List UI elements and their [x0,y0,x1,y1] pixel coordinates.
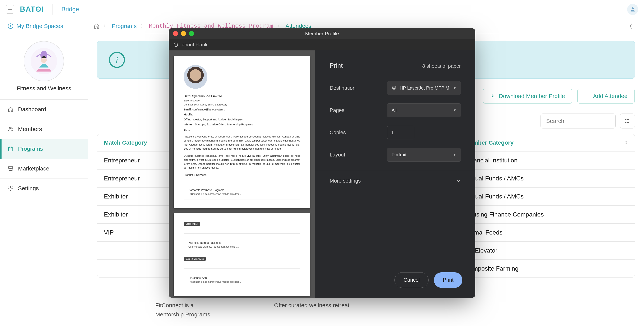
store-icon [8,166,14,171]
sidebar-item-settings[interactable]: Settings [0,179,88,198]
sidebar-item-marketplace[interactable]: Marketplace [0,159,88,179]
pages-label: Pages [330,107,387,113]
breadcrumb-home[interactable] [94,23,100,29]
pages-value: All [392,108,397,113]
copies-input[interactable] [387,126,414,139]
plus-icon [584,94,590,99]
user-name: Batoi Test User [184,99,300,102]
maximize-window-button[interactable] [189,31,194,36]
column-settings-button[interactable] [620,114,635,129]
sidebar: My Bridge Spaces Fitness and Wellness Da… [0,19,88,326]
minimize-window-button[interactable] [181,31,186,36]
printer-icon [392,86,396,91]
download-icon [490,93,496,99]
topbar: BATΘI Bridge [0,0,644,19]
window-title: Member Profile [169,31,475,37]
print-title: Print [330,62,343,69]
members-icon [8,126,14,132]
chevron-right-icon: 〉 [140,23,145,29]
url-bar: about:blank [169,39,475,51]
user-avatar-button[interactable] [627,4,638,15]
preview-page-1: Batoi Systems Pvt Limited Batoi Test Use… [174,56,310,208]
org-name: Batoi Systems Pvt Limited [184,95,300,98]
add-attendee-button[interactable]: Add Attendee [577,89,635,104]
print-preview-pane[interactable]: Batoi Systems Pvt Limited Batoi Test Use… [169,51,315,298]
sheet-count: 8 sheets of paper [422,63,461,69]
brand-text: BATΘI [20,5,44,14]
chevron-down-icon [456,179,461,183]
brand-logo[interactable]: BATΘI [20,5,44,14]
button-label: Download Member Profile [499,93,565,99]
sidebar-item-programs[interactable]: Programs [0,139,88,159]
breadcrumb-programs[interactable]: Programs [112,23,137,29]
layout-select[interactable]: Portrait ▼ [387,148,461,162]
search-input[interactable] [540,114,616,129]
tag-chip: Social Impact [184,222,200,226]
hamburger-button[interactable] [6,5,14,14]
space-avatar [24,41,64,81]
col-match-category: Match Category [104,139,147,146]
divider [52,4,53,15]
print-dialog: Member Profile about:blank Batoi Systems… [169,28,475,298]
member-photo [184,65,208,89]
download-member-profile-button[interactable]: Download Member Profile [483,89,572,104]
svg-point-0 [632,7,634,10]
bridge-link[interactable]: Bridge [61,6,79,13]
svg-rect-6 [8,147,13,151]
user-icon [630,6,636,13]
back-to-spaces[interactable]: My Bridge Spaces [0,19,88,33]
layout-value: Portrait [392,152,406,157]
home-icon [94,23,100,29]
destination-label: Destination [330,85,387,91]
sort-icon[interactable]: ⇕ [625,140,628,145]
list-icon [624,118,630,124]
chevron-down-icon: ▼ [453,108,456,112]
sidebar-item-label: Settings [18,185,39,192]
tag-chip: Support and Advice [184,257,206,261]
sidebar-item-dashboard[interactable]: Dashboard [0,100,88,119]
more-settings-toggle[interactable]: More settings [330,174,461,188]
sidebar-item-label: Programs [18,146,43,152]
sidebar-item-label: Marketplace [18,165,49,172]
layout-label: Layout [330,152,387,158]
yoga-avatar-icon [30,47,58,76]
back-label: My Bridge Spaces [16,23,63,29]
chevron-down-icon: ▼ [453,86,456,90]
space-header: Fitness and Wellness [0,33,88,100]
pages-select[interactable]: All ▼ [387,103,461,117]
sidebar-item-label: Dashboard [18,106,46,113]
info-circle-icon [173,42,178,47]
button-label: Add Attendee [593,93,628,99]
preview-page-2: Social Impact Wellness Retreat Packages … [174,213,310,296]
breadcrumb-collapse-button[interactable] [623,19,638,33]
url-text: about:blank [182,42,208,48]
window-titlebar: Member Profile [169,28,475,39]
home-icon [8,106,14,112]
close-window-button[interactable] [173,31,178,36]
svg-point-4 [9,127,11,129]
destination-select[interactable]: HP LaserJet Pro MFP M ▼ [387,81,461,95]
copies-label: Copies [330,130,387,136]
sidebar-item-members[interactable]: Members [0,119,88,139]
print-settings-pane: Print 8 sheets of paper Destination HP L… [315,51,475,298]
svg-point-7 [10,188,11,189]
hamburger-icon [8,8,12,11]
info-icon: i [109,52,125,68]
destination-value: HP LaserJet Pro MFP M [400,85,449,91]
gear-icon [8,185,14,191]
chevron-right-icon: 〉 [103,23,108,29]
back-arrow-icon [8,23,14,29]
calendar-icon [8,146,14,152]
chevron-left-icon [629,23,633,29]
chevron-down-icon: ▼ [453,153,456,157]
print-button[interactable]: Print [434,272,462,288]
svg-point-5 [11,128,12,129]
tagline: Connect Seamlessly, Share Effortlessly [184,103,300,106]
more-settings-label: More settings [330,178,361,184]
space-title: Fitness and Wellness [17,85,71,92]
sidebar-item-label: Members [18,126,42,132]
cancel-button[interactable]: Cancel [394,272,428,288]
